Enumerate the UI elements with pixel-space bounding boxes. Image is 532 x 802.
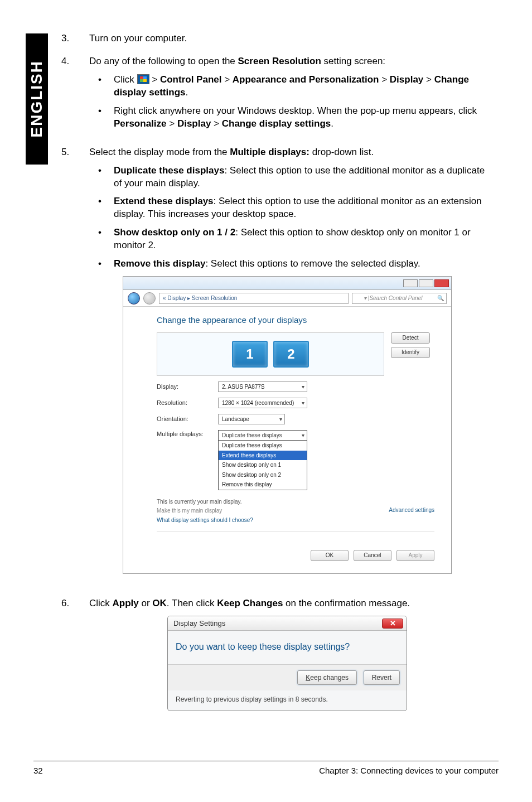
- page-content: 3. Turn on your computer. 4. Do any of t…: [61, 32, 485, 721]
- search-input[interactable]: ▾ | Search Control Panel: [352, 293, 447, 304]
- option-remove[interactable]: Remove this display: [219, 480, 307, 490]
- s5-i4-t: Remove this display: [114, 258, 205, 269]
- start-icon: [137, 74, 149, 84]
- s4-b1-g3: >: [423, 74, 434, 85]
- step-4-intro-a: Do any of the following to open the: [89, 56, 238, 66]
- option-only-2[interactable]: Show desktop only on 2: [219, 470, 307, 480]
- close-button[interactable]: [434, 279, 449, 287]
- s6-c: on the confirmation message.: [283, 598, 410, 608]
- resolution-dropdown[interactable]: 1280 × 1024 (recommended): [218, 398, 307, 408]
- multiple-displays-options: Duplicate these displays Extend these di…: [218, 440, 307, 490]
- s6-a: Click: [89, 598, 113, 608]
- s4-b2-p: Personalize: [114, 118, 167, 129]
- s5-i1-t: Duplicate these displays: [114, 165, 224, 176]
- resolution-label: Resolution:: [157, 399, 218, 407]
- display-settings-dialog: Display Settings ✕ Do you want to keep t…: [167, 616, 407, 711]
- dialog-title: Display Settings: [173, 619, 225, 629]
- s4-b1-dot: .: [185, 87, 188, 98]
- minimize-button[interactable]: [403, 279, 418, 287]
- breadcrumb[interactable]: « Display ▸ Screen Resolution: [159, 293, 349, 304]
- search-caret: ▾ |: [364, 294, 369, 302]
- multiple-displays-dropdown[interactable]: Duplicate these displays: [218, 430, 307, 441]
- step-4-number: 4.: [61, 55, 89, 136]
- s5-i2-t: Extend these displays: [114, 196, 214, 206]
- nav-row: « Display ▸ Screen Resolution ▾ | Search…: [123, 290, 451, 307]
- step-3-text: Turn on your computer.: [89, 32, 485, 45]
- s5-i4-r: : Select this options to remove the sele…: [205, 258, 420, 269]
- s4-b1-ap: Appearance and Personalization: [233, 74, 379, 85]
- s4-b1-cp: Control Panel: [160, 74, 222, 85]
- screen-resolution-window: « Display ▸ Screen Resolution ▾ | Search…: [123, 276, 452, 574]
- display-dropdown[interactable]: 2. ASUS PA877S: [218, 381, 307, 392]
- s6-or: or: [139, 598, 153, 608]
- option-extend[interactable]: Extend these displays: [219, 451, 307, 461]
- s4-b2-d: Display: [177, 118, 211, 129]
- s4-b1-g1: >: [221, 74, 232, 85]
- keep-underline: K: [306, 674, 310, 682]
- monitor-1[interactable]: 1: [232, 341, 268, 368]
- step-6-number: 6.: [61, 597, 89, 711]
- s6-kc: Keep Changes: [217, 598, 283, 608]
- s4-b2-c: Change display settings: [222, 118, 331, 129]
- ok-button[interactable]: OK: [311, 550, 349, 561]
- bullet-icon: •: [89, 226, 114, 252]
- bullet-icon: •: [89, 165, 114, 190]
- back-button[interactable]: [128, 292, 140, 305]
- s5-b: drop-down list.: [309, 147, 374, 157]
- dialog-footer-text: Reverting to previous display settings i…: [168, 690, 407, 711]
- s4-b2-a: Right click anywhere on your Windows des…: [114, 105, 477, 116]
- chapter-title: Chapter 3: Connecting devices to your co…: [319, 766, 499, 775]
- orientation-dropdown[interactable]: Landscape: [218, 414, 285, 424]
- revert-button[interactable]: Revert: [364, 670, 400, 685]
- keep-changes-button[interactable]: Keep changes: [297, 670, 357, 685]
- maximize-button[interactable]: [419, 279, 433, 287]
- identify-button[interactable]: Identify: [391, 347, 430, 358]
- window-titlebar: [123, 277, 451, 290]
- apply-button[interactable]: Apply: [396, 550, 434, 561]
- s5-bold: Multiple displays:: [230, 147, 309, 157]
- s5-i3-t: Show desktop only on 1 / 2: [114, 227, 235, 238]
- s5-a: Select the display mode from the: [89, 147, 230, 157]
- dialog-titlebar: Display Settings ✕: [168, 616, 407, 631]
- s4-b2-g2: >: [211, 118, 221, 129]
- make-main-text: Make this my main display: [157, 507, 253, 515]
- bullet-icon: •: [89, 74, 114, 99]
- option-only-1[interactable]: Show desktop only on 1: [219, 460, 307, 470]
- monitor-preview[interactable]: 1 2: [157, 332, 384, 376]
- step-4-intro-b: setting screen:: [321, 56, 385, 66]
- multiple-displays-label: Multiple displays:: [157, 430, 218, 438]
- page-number: 32: [33, 766, 43, 775]
- search-placeholder: Search Control Panel: [369, 294, 422, 302]
- advanced-settings-link[interactable]: Advanced settings: [389, 506, 434, 514]
- display-label: Display:: [157, 383, 218, 391]
- bullet-icon: •: [89, 105, 114, 131]
- dialog-message: Do you want to keep these display settin…: [168, 631, 407, 664]
- s4-b2-g1: >: [167, 118, 177, 129]
- s4-b1-b: >: [149, 74, 160, 85]
- step-4-intro-bold: Screen Resolution: [238, 56, 321, 66]
- forward-button[interactable]: [143, 292, 156, 305]
- what-settings-link[interactable]: What display settings should I choose?: [157, 517, 253, 523]
- orientation-label: Orientation:: [157, 415, 218, 423]
- cancel-button[interactable]: Cancel: [354, 550, 391, 561]
- step-5-number: 5.: [61, 146, 89, 588]
- s6-b: . Then click: [167, 598, 217, 608]
- s4-b1-g2: >: [379, 74, 389, 85]
- bullet-icon: •: [89, 195, 114, 221]
- close-icon[interactable]: ✕: [382, 619, 403, 629]
- language-tab-label: ENGLISH: [28, 60, 46, 137]
- detect-button[interactable]: Detect: [391, 332, 430, 344]
- s6-ok: OK: [152, 598, 167, 608]
- step-3-number: 3.: [61, 32, 89, 45]
- page-footer: 32 Chapter 3: Connecting devices to your…: [33, 761, 499, 775]
- s6-apply: Apply: [113, 598, 139, 608]
- s4-b1-a: Click: [114, 74, 137, 85]
- bullet-icon: •: [89, 258, 114, 270]
- option-duplicate[interactable]: Duplicate these displays: [219, 441, 307, 451]
- currently-main-text: This is currently your main display.: [157, 498, 253, 506]
- s4-b1-disp: Display: [390, 74, 423, 85]
- dialog-heading: Change the appearance of your displays: [157, 315, 434, 326]
- s4-b2-dot: .: [331, 118, 333, 129]
- language-tab: ENGLISH: [26, 33, 48, 165]
- monitor-2[interactable]: 2: [273, 341, 309, 368]
